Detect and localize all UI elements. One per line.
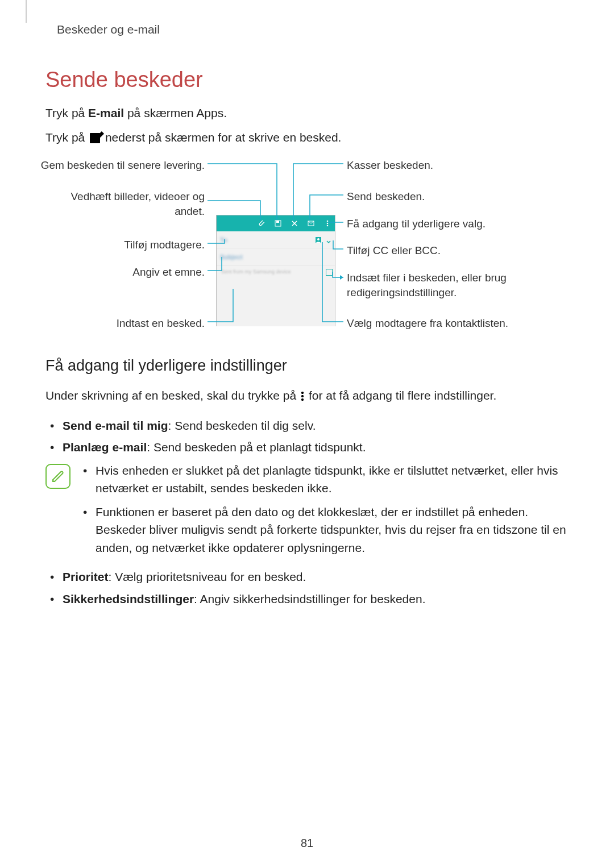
option-security: Sikkerhedsindstillinger: Angiv sikkerhed… [60,590,569,609]
to-label: To [220,236,227,243]
send-icon [307,219,315,227]
note-item-1: Hvis enheden er slukket på det planlagte… [83,462,569,497]
more-vert-icon [301,391,304,401]
subject-row: Subject [217,248,335,265]
label-attach: Vedhæft billeder, videoer og andet. [57,189,205,218]
phone-mockup: To Subject Sent from my Samsung device [216,215,335,326]
subsection-heading: Få adgang til yderligere indstillinger [45,357,569,375]
chevron-down-icon [326,237,331,243]
subject-label: Subject [220,254,243,260]
page-title: Sende beskeder [45,68,569,92]
svg-point-3 [327,221,329,222]
svg-point-5 [327,225,329,227]
label-ccbcc: Tilføj CC eller BCC. [347,243,441,258]
intro-line-1: Tryk på E-mail på skærmen Apps. [45,104,569,122]
label-body: Indtast en besked. [117,316,205,331]
app-name: E-mail [88,106,124,119]
subsection-lead: Under skrivning af en besked, skal du tr… [45,387,569,405]
option-send-self: Send e-mail til mig: Send beskeden til d… [60,417,569,435]
label-recipients: Tilføj modtagere. [124,238,205,252]
option-priority: Prioritet: Vælg prioritetsniveau for en … [60,568,569,587]
option-desc: : Vælg prioritetsniveau for en besked. [109,570,306,583]
compose-diagram: Gem beskeden til senere levering. Vedhæf… [45,158,569,334]
save-icon [274,219,282,227]
note-icon [45,464,70,489]
label-subject: Angiv et emne. [132,265,205,280]
option-label: Sikkerhedsindstillinger [63,592,194,605]
label-save: Gem beskeden til senere levering. [41,158,205,173]
note-list: Hvis enheden er slukket på det planlagte… [83,462,569,563]
option-label: Planlæg e-mail [63,441,147,454]
text: for at få adgang til flere indstillinger… [305,389,496,402]
options-list: Send e-mail til mig: Send beskeden til d… [45,417,569,457]
close-icon [291,219,298,227]
contacts-icon [314,236,322,244]
option-desc: : Angiv sikkerhedsindstillinger for besk… [194,592,425,605]
body-area: Sent from my Samsung device [217,265,335,317]
options-list-2: Prioritet: Vælg prioritetsniveau for en … [45,568,569,608]
intro-line-2: Tryk på nederst på skærmen for at skrive… [45,128,569,147]
more-icon [323,219,331,227]
body-hint: Sent from my Samsung device [221,269,291,275]
svg-point-7 [317,238,320,240]
option-label: Prioritet [63,570,109,583]
attach-icon [258,219,265,227]
svg-point-4 [327,223,329,225]
to-row: To [217,231,335,248]
text: Tryk på [45,131,88,144]
option-desc: : Send beskeden til dig selv. [168,419,316,432]
insert-icon [326,269,333,276]
label-more: Få adgang til yderligere valg. [347,217,486,231]
text: Under skrivning af en besked, skal du tr… [45,389,300,402]
option-desc: : Send beskeden på et planlagt tidspunkt… [147,441,366,454]
label-discard: Kasser beskeden. [347,158,433,173]
option-label: Send e-mail til mig [63,419,168,432]
compose-icon [90,133,100,143]
compose-toolbar [217,215,335,231]
label-insert: Indsæt filer i beskeden, eller brug redi… [347,271,534,300]
note-item-2: Funktionen er baseret på den dato og det… [83,503,569,557]
text: Tryk på [45,106,88,119]
option-schedule: Planlæg e-mail: Send beskeden på et plan… [60,438,569,457]
label-contacts: Vælg modtagere fra kontaktlisten. [347,316,508,331]
page-number: 81 [0,837,614,850]
svg-rect-1 [276,221,279,223]
label-send: Send beskeden. [347,189,425,204]
note-block: Hvis enheden er slukket på det planlagte… [45,462,569,563]
text: nederst på skærmen for at skrive en besk… [105,131,342,144]
breadcrumb: Beskeder og e-mail [57,23,569,36]
text: på skærmen Apps. [124,106,227,119]
